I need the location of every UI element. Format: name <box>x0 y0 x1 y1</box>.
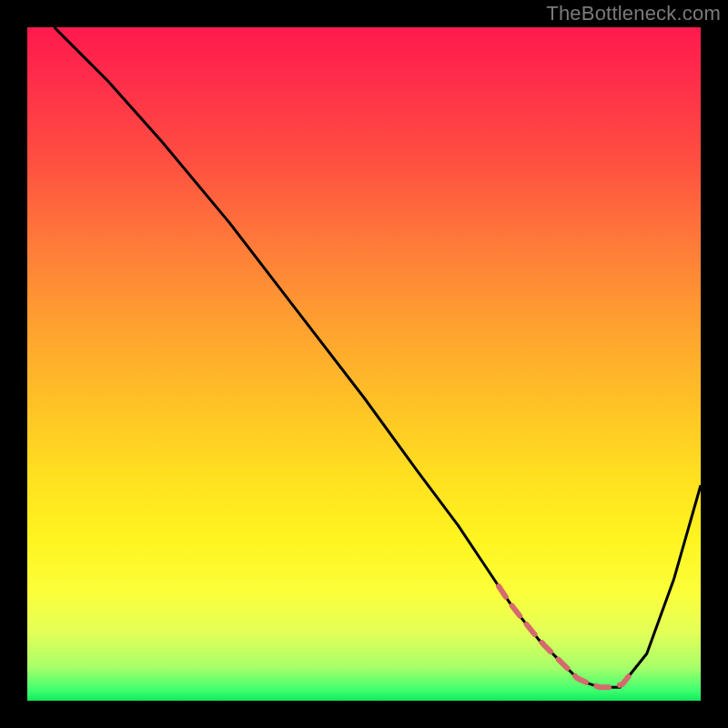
bottleneck-curve <box>55 27 701 687</box>
chart-svg <box>27 27 701 701</box>
chart-frame: TheBottleneck.com <box>0 0 728 728</box>
watermark-text: TheBottleneck.com <box>546 2 721 25</box>
plot-area <box>27 27 701 701</box>
optimal-range-dashed <box>499 586 633 687</box>
